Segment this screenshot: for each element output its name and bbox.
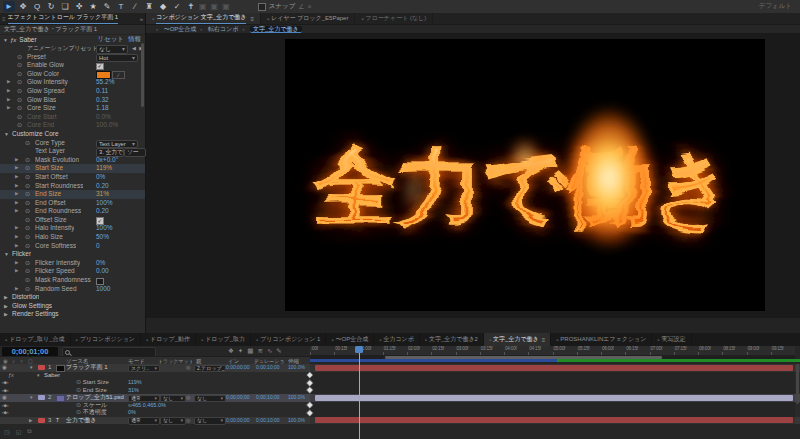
effect-property-row[interactable]: Glow Intensity 55.2% bbox=[0, 78, 145, 87]
composition-viewer[interactable]: 全力で働き 全力で働き 全力で働き ✥ ▦ 50% ⊞ ▣ 0;00;01;00… bbox=[146, 33, 800, 318]
playhead-handle[interactable] bbox=[355, 346, 363, 353]
composition-tab[interactable]: コンポジション 文字_全力で働き bbox=[146, 13, 261, 24]
more-tabs-icon[interactable]: » bbox=[140, 16, 143, 22]
layer-duration-bar[interactable] bbox=[315, 395, 793, 401]
stretch-value[interactable]: 100.0% bbox=[288, 364, 308, 372]
effect-property-row[interactable]: Random Seed 1000 bbox=[0, 285, 145, 294]
property-value[interactable]: 0.20 bbox=[96, 182, 109, 191]
in-value[interactable]: 0;00;00;00 bbox=[226, 394, 254, 402]
clone-stamp-tool[interactable]: ♜ bbox=[143, 1, 155, 12]
twirl-icon[interactable] bbox=[15, 207, 18, 216]
trkmat-select[interactable]: なし bbox=[160, 417, 186, 425]
snap-checkbox[interactable] bbox=[258, 3, 266, 11]
parent-pickwhip-icon[interactable]: ◎ bbox=[186, 417, 190, 425]
selection-tool[interactable]: ► bbox=[3, 1, 15, 12]
label-color-chip[interactable] bbox=[38, 418, 45, 423]
axis-mode-icon[interactable]: ▣ bbox=[222, 2, 230, 11]
mask-shape-tool[interactable]: ★ bbox=[87, 1, 99, 12]
stretch-value[interactable]: 100.0% bbox=[288, 394, 308, 402]
effect-property-row[interactable]: Core Start 0.0% bbox=[0, 113, 145, 122]
property-value[interactable]: 119% bbox=[96, 164, 112, 173]
twirl-icon[interactable] bbox=[7, 96, 10, 105]
stopwatch-icon[interactable] bbox=[17, 121, 22, 130]
twirl-icon[interactable] bbox=[15, 285, 18, 294]
twirl-icon[interactable] bbox=[29, 364, 33, 372]
pen-tool[interactable]: ✎ bbox=[101, 1, 113, 12]
composition-tab[interactable]: フローチャート (なし) bbox=[355, 13, 433, 24]
effect-property-row[interactable]: End Offset 100% bbox=[0, 199, 145, 208]
parent-pickwhip-icon[interactable]: ◎ bbox=[186, 394, 190, 402]
twirl-icon[interactable] bbox=[7, 78, 10, 87]
effect-header[interactable]: ▼ ƒx Saber リセット 情報 bbox=[0, 35, 145, 44]
hand-tool[interactable]: ✥ bbox=[17, 1, 29, 12]
timeline-tab[interactable]: 全力コンポ bbox=[374, 333, 420, 346]
keyframe-icon[interactable] bbox=[307, 402, 312, 407]
effect-property-row[interactable]: Start Size 119% bbox=[0, 164, 145, 173]
effect-property-row[interactable]: Core Type Text Layer bbox=[0, 139, 145, 148]
property-value[interactable]: 0.32 bbox=[96, 96, 109, 105]
timeline-row[interactable]: Start Size ◎ ∞ 119% bbox=[0, 379, 800, 387]
track-lane[interactable] bbox=[310, 387, 795, 395]
timeline-row[interactable]: End Size ◎ ∞ 31% bbox=[0, 387, 800, 395]
timeline-tab[interactable]: 文字_全力で働き bbox=[484, 333, 551, 346]
keyframe-icon[interactable] bbox=[307, 380, 312, 385]
label-color-chip[interactable] bbox=[38, 380, 45, 385]
orbit-camera-tool[interactable]: ↻ bbox=[45, 1, 57, 12]
about-link[interactable]: 情報 bbox=[128, 35, 141, 44]
expand-layer-switches-icon[interactable]: ◳ bbox=[4, 428, 10, 435]
label-color-chip[interactable] bbox=[38, 365, 45, 370]
layer-name[interactable]: テロップ_全力51.psd bbox=[66, 394, 126, 402]
composition-frame[interactable]: 全力で働き 全力で働き 全力で働き bbox=[286, 40, 764, 310]
reset-link[interactable]: リセット bbox=[97, 35, 124, 44]
stopwatch-icon[interactable] bbox=[25, 285, 30, 294]
stretch-value[interactable]: 100.0% bbox=[288, 417, 308, 425]
twirl-icon[interactable] bbox=[7, 87, 10, 96]
stopwatch-icon[interactable] bbox=[25, 190, 30, 199]
effect-property-row[interactable]: Flicker bbox=[0, 250, 145, 259]
track-lane[interactable] bbox=[310, 379, 795, 387]
stopwatch-icon[interactable] bbox=[25, 216, 30, 225]
draft-3d-icon[interactable]: ✦ bbox=[238, 347, 243, 355]
effect-property-row[interactable]: Flicker Speed 0.00 bbox=[0, 267, 145, 276]
effect-property-row[interactable]: アニメーションプリセット なし bbox=[0, 44, 145, 53]
stopwatch-icon[interactable] bbox=[25, 259, 30, 268]
twirl-icon[interactable] bbox=[15, 173, 18, 182]
effect-property-row[interactable]: Start Roundness 0.20 bbox=[0, 182, 145, 191]
timeline-tab[interactable]: 実写設定 bbox=[652, 333, 691, 346]
stopwatch-icon[interactable] bbox=[17, 61, 22, 70]
property-value[interactable]: 100% bbox=[96, 224, 113, 233]
property-value[interactable]: 0.20 bbox=[96, 207, 109, 216]
stopwatch-icon[interactable] bbox=[25, 156, 30, 165]
timeline-row[interactable]: 不透明度 ◎ ∞ 0% bbox=[0, 409, 800, 417]
effect-property-row[interactable]: Preset Hot bbox=[0, 53, 145, 62]
stopwatch-icon[interactable] bbox=[17, 113, 22, 122]
track-lane[interactable] bbox=[310, 372, 795, 380]
layer-duration-bar[interactable] bbox=[315, 387, 793, 393]
timeline-row[interactable]: 3 全力で働き 通常 なし ◎ なし 0;00;00;00 0;00;10;00… bbox=[0, 417, 800, 425]
effect-property-row[interactable]: Glow Settings bbox=[0, 302, 145, 311]
mode-select[interactable]: 通常 bbox=[128, 417, 160, 425]
current-time-display[interactable]: 0;00;01;00 bbox=[2, 347, 58, 356]
property-value[interactable]: 1000 bbox=[96, 285, 110, 294]
stopwatch-icon[interactable] bbox=[25, 224, 30, 233]
layer-name[interactable]: Start Size bbox=[76, 379, 136, 387]
effect-property-row[interactable]: Mask Randomness bbox=[0, 276, 145, 285]
playhead-line[interactable] bbox=[359, 346, 360, 439]
stopwatch-icon[interactable] bbox=[17, 70, 22, 79]
av-features-icon[interactable] bbox=[2, 394, 28, 402]
av-features-icon[interactable] bbox=[2, 402, 28, 410]
twirl-icon[interactable] bbox=[15, 233, 18, 242]
track-lane[interactable] bbox=[310, 417, 795, 425]
timeline-row[interactable]: スケール ◎ ∞ 465.0,465.0% bbox=[0, 402, 800, 410]
parent-pickwhip-icon[interactable]: ◎ bbox=[186, 364, 190, 372]
expand-transfer-controls-icon[interactable]: ◱ bbox=[16, 428, 22, 435]
brush-tool[interactable]: ∕ bbox=[129, 1, 141, 12]
stopwatch-icon[interactable] bbox=[17, 78, 22, 87]
keyframe-icon[interactable] bbox=[307, 372, 312, 377]
property-value[interactable]: 31% bbox=[96, 190, 109, 199]
effect-property-row[interactable]: Core Size 1.18 bbox=[0, 104, 145, 113]
property-value[interactable]: 0% bbox=[96, 173, 105, 182]
twirl-icon[interactable] bbox=[15, 182, 18, 191]
property-current-value[interactable]: ∞ 465.0,465.0% bbox=[128, 402, 198, 410]
layer-duration-bar[interactable] bbox=[315, 402, 793, 408]
